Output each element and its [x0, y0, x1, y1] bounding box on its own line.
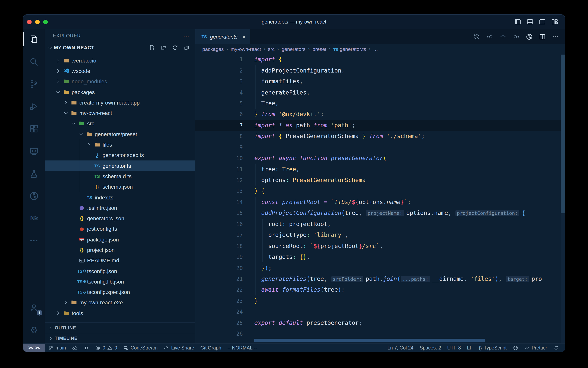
status-problems[interactable]: 00 — [92, 344, 120, 352]
status-publish[interactable] — [69, 344, 80, 352]
tree-item-schema-json[interactable]: {}schema.json — [45, 182, 195, 192]
panel-label: OUTLINE — [55, 325, 76, 331]
status-encoding[interactable]: UTF-8 — [444, 344, 464, 352]
tree-item-generators-preset[interactable]: generators/preset — [45, 129, 195, 139]
status-indentation[interactable]: Spaces: 2 — [417, 344, 444, 352]
tree-item-index-ts[interactable]: TSindex.ts — [45, 192, 195, 203]
breadcrumb-packages[interactable]: packages — [202, 46, 224, 52]
status-notifications[interactable] — [550, 344, 562, 352]
vertical-scrollbar-thumb[interactable] — [561, 55, 565, 213]
debug-icon — [29, 102, 39, 111]
tree-item-jest-config-ts[interactable]: jest.config.ts — [45, 224, 195, 234]
activity-item-remote-explorer[interactable] — [23, 142, 45, 160]
tree-item-label: index.ts — [95, 194, 114, 200]
tree-item-packages[interactable]: packages — [45, 87, 195, 97]
tree-item-label: schema.json — [103, 184, 133, 190]
toggle-panel-icon[interactable] — [527, 19, 533, 25]
status-vim-mode[interactable]: -- NORMAL -- — [224, 344, 260, 352]
tree-item-create-my-own-react-app[interactable]: create-my-own-react-app — [45, 97, 195, 108]
prev-change-icon[interactable] — [487, 33, 493, 40]
panel-label: TIMELINE — [55, 336, 78, 341]
tree-item-tsconfig-json[interactable]: TS⚙tsconfig.json — [45, 266, 195, 276]
tree-item-files[interactable]: files — [45, 139, 195, 150]
line-number: 20 — [195, 265, 243, 271]
collapse-all-icon[interactable] — [184, 45, 190, 51]
tree-item-project-json[interactable]: {}project.json — [45, 245, 195, 255]
status-cursor-position[interactable]: Ln 7, Col 24 — [384, 344, 417, 352]
explorer-more-icon[interactable]: ⋯ — [183, 32, 190, 39]
status-eol[interactable]: LF — [464, 344, 476, 352]
activity-item-git-graph[interactable] — [23, 187, 45, 205]
minimize-button[interactable] — [35, 19, 40, 24]
new-file-icon[interactable] — [149, 45, 155, 51]
breadcrumb-src[interactable]: src — [268, 46, 275, 52]
activity-item-testing[interactable] — [23, 164, 45, 183]
tree-item-src[interactable]: src — [45, 119, 195, 129]
breadcrumb-generators[interactable]: generators — [282, 46, 306, 52]
status-remote-indicator[interactable]: ><>< — [23, 344, 45, 352]
close-tab-icon[interactable]: × — [242, 33, 246, 40]
tree-item-generators-json[interactable]: {}generators.json — [45, 213, 195, 224]
status-live-share[interactable]: Live Share — [161, 344, 197, 352]
tree-item-schema-d-ts[interactable]: TSschema.d.ts — [45, 171, 195, 182]
tree-item-tsconfig-lib-json[interactable]: TS⚙tsconfig.lib.json — [45, 276, 195, 287]
tree-item-generator-spec-ts[interactable]: generator.spec.ts — [45, 150, 195, 160]
vertical-scrollbar[interactable] — [561, 54, 565, 343]
zoom-button[interactable] — [43, 19, 48, 24]
inlay-hint: target: — [506, 276, 529, 282]
explorer-actions — [149, 45, 190, 51]
tree-item-tools[interactable]: tools — [45, 308, 195, 318]
status-codestream[interactable]: CodeStream — [120, 344, 161, 352]
activity-item-explorer[interactable] — [23, 30, 45, 49]
tree-item-my-own-react-e2e[interactable]: my-own-react-e2e — [45, 297, 195, 308]
breadcrumb-generator-ts[interactable]: TS generator.ts — [333, 46, 366, 52]
status-github[interactable] — [509, 344, 521, 352]
tree-item-tsconfig-spec-json[interactable]: TS⚙tsconfig.spec.json — [45, 287, 195, 297]
tree-item-label: generators.json — [87, 215, 124, 221]
git-graph-circle-icon[interactable] — [526, 33, 533, 40]
more-actions-icon[interactable] — [552, 33, 559, 40]
status-git-branch[interactable]: main — [45, 344, 69, 352]
close-button[interactable] — [27, 19, 32, 24]
workspace-section-header[interactable]: MY-OWN-REACT — [45, 42, 195, 53]
tree-item-package-json[interactable]: npmpackage.json — [45, 234, 195, 245]
breadcrumb-preset[interactable]: preset — [313, 46, 326, 52]
tab-generator-ts[interactable]: TS generator.ts × — [195, 29, 251, 44]
tab-label: generator.ts — [210, 34, 237, 39]
code-area[interactable]: 1import {2 addProjectConfiguration,3 for… — [195, 54, 565, 343]
toggle-secondary-sidebar-icon[interactable] — [539, 19, 546, 25]
breadcrumb-my-own-react[interactable]: my-own-react — [231, 46, 261, 52]
tree-item-generator-ts[interactable]: TSgenerator.ts — [45, 160, 195, 171]
customize-layout-icon[interactable] — [551, 19, 558, 25]
refresh-icon[interactable] — [172, 45, 178, 51]
horizontal-scrollbar-thumb[interactable] — [254, 339, 485, 342]
activity-item-more-views[interactable] — [23, 231, 45, 250]
activity-item-source-control[interactable] — [23, 75, 45, 93]
breadcrumb-symbols[interactable]: … — [373, 46, 378, 52]
tree-item--verdaccio[interactable]: .verdaccio — [45, 55, 195, 66]
toggle-sidebar-icon[interactable] — [514, 19, 521, 25]
activity-item-accounts[interactable]: 1 — [23, 299, 45, 317]
status-git-graph[interactable]: Git Graph — [197, 344, 224, 352]
activity-item-settings[interactable]: ⚙ — [23, 321, 45, 340]
tree-item--vscode[interactable]: .vscode — [45, 66, 195, 76]
tree-item--eslintrc-json[interactable]: ⬢.eslintrc.json — [45, 202, 195, 213]
split-editor-icon[interactable] — [539, 33, 546, 40]
activity-item-search[interactable] — [23, 53, 45, 71]
activity-item-extensions[interactable] — [23, 120, 45, 138]
chevron-right-icon — [62, 300, 70, 305]
next-change-icon[interactable] — [513, 33, 519, 40]
history-icon[interactable] — [474, 33, 480, 40]
tree-item-my-own-react[interactable]: my-own-react — [45, 108, 195, 119]
status-language-mode[interactable]: {}TypeScript — [476, 344, 509, 352]
change-icon[interactable] — [500, 33, 506, 40]
status-pipeline[interactable] — [80, 344, 92, 352]
activity-item-nx-console[interactable]: N≥ — [23, 209, 45, 228]
panel-timeline[interactable]: TIMELINE — [45, 333, 195, 343]
tree-item-node-modules[interactable]: node_modules — [45, 76, 195, 87]
new-folder-icon[interactable] — [161, 45, 167, 51]
panel-outline[interactable]: OUTLINE — [45, 322, 195, 333]
status-prettier[interactable]: Prettier — [521, 344, 550, 352]
activity-item-run-debug[interactable] — [23, 97, 45, 116]
tree-item-readme-md[interactable]: README.md — [45, 255, 195, 266]
